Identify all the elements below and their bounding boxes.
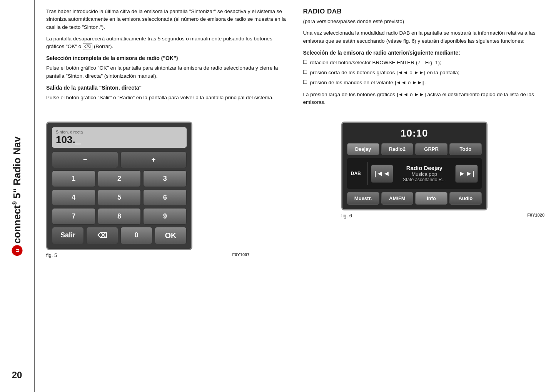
key-4[interactable]: 4 — [52, 189, 95, 206]
fig6-label: fig. 6 — [341, 213, 352, 219]
bullet-3: presión de los mandos en el volante |◄◄ … — [303, 79, 545, 87]
keypad-value: 103._ — [56, 134, 183, 145]
key-8[interactable]: 8 — [98, 208, 141, 225]
bullet-sq-icon — [303, 60, 307, 64]
preset-deejay[interactable]: Deejay — [347, 143, 379, 155]
radio-dab-subtitle: (para versiones/países donde esté previs… — [303, 18, 545, 25]
page-number: 20 — [12, 370, 22, 380]
key-3[interactable]: 3 — [143, 170, 187, 187]
divider — [367, 162, 368, 185]
dab-label: DAB — [351, 171, 364, 176]
fig6-container: 10:10 Deejay Radio2 GRPR Todo DAB |◄◄ — [341, 122, 544, 219]
product-logo: u connect® 5" Radio Nav — [11, 136, 23, 255]
keypad-screen: Sinton. directa 103._ − + 1 2 3 4 5 6 7 — [46, 122, 192, 250]
dab-label-section: DAB — [351, 171, 364, 176]
key-6[interactable]: 6 — [143, 189, 187, 206]
section2-body: Pulse el botón gráfico "Salir" o "Radio"… — [46, 94, 288, 102]
backspace-button[interactable]: ⌫ — [86, 227, 118, 244]
bullet-2: presión corta de los botones gráficos |◄… — [303, 69, 545, 77]
radio-info-box: DAB |◄◄ Radio Deejay Musica pop State as… — [347, 158, 482, 189]
next-button[interactable]: ►►| — [455, 165, 478, 183]
right-column: RADIO DAB (para versiones/países donde e… — [303, 8, 545, 110]
key-9[interactable]: 9 — [143, 208, 187, 225]
section1-body: Pulse el botón gráfico "OK" en la pantal… — [46, 64, 288, 80]
preset-grpr[interactable]: GRPR — [415, 143, 447, 155]
key-5[interactable]: 5 — [98, 189, 141, 206]
section2-heading: Salida de la pantalla "Sinton. directa" — [46, 85, 288, 91]
preset-todo[interactable]: Todo — [449, 143, 482, 155]
bullet-1: rotación del botón/selector BROWSE ENTER… — [303, 59, 545, 67]
fig5-container: Sinton. directa 103._ − + 1 2 3 4 5 6 7 — [46, 122, 249, 258]
product-name: connect® 5" Radio Nav — [11, 136, 23, 243]
selection-heading: Selección de la emisora de radio anterio… — [303, 50, 545, 56]
fig6-code: F0Y1020 — [527, 213, 544, 219]
intro-p2: La pantalla desaparecerá automáticamente… — [46, 35, 288, 51]
bullet-sq-icon — [303, 70, 307, 74]
radio-bottom-row: Muestr. AM/FM Info Audio — [347, 192, 482, 205]
figures-area: Sinton. directa 103._ − + 1 2 3 4 5 6 7 — [46, 122, 544, 258]
station-status: State ascoltando R... — [403, 177, 446, 182]
section1-heading: Selección incompleta de la emisora de ra… — [46, 55, 288, 61]
preset-radio2[interactable]: Radio2 — [381, 143, 414, 155]
main-content: Tras haber introducido la última cifra d… — [35, 0, 556, 392]
ok-button[interactable]: OK — [155, 227, 187, 244]
info-button[interactable]: Info — [415, 192, 447, 205]
radio-dab-heading: RADIO DAB — [303, 8, 545, 15]
note-text: La presión larga de los botones gráficos… — [303, 91, 545, 107]
fig5-label: fig. 5 — [46, 252, 57, 258]
bullet-sq-icon — [303, 80, 307, 84]
sidebar: u connect® 5" Radio Nav 20 — [0, 0, 35, 392]
amfm-button[interactable]: AM/FM — [381, 192, 414, 205]
bullet-3-text: presión de los mandos en el volante |◄◄ … — [310, 79, 427, 87]
radio-time: 10:10 — [347, 127, 482, 139]
fig6-caption: fig. 6 F0Y1020 — [341, 213, 544, 219]
text-columns: Tras haber introducido la última cifra d… — [46, 8, 544, 110]
audio-button[interactable]: Audio — [449, 192, 482, 205]
prev-button[interactable]: |◄◄ — [371, 165, 394, 183]
bullet-2-text: presión corta de los botones gráficos |◄… — [310, 69, 459, 77]
bullet-1-text: rotación del botón/selector BROWSE ENTER… — [310, 59, 441, 67]
radio-dab-intro: Una vez seleccionada la modalidad radio … — [303, 29, 545, 45]
preset-row: Deejay Radio2 GRPR Todo — [347, 143, 482, 155]
station-name: Radio Deejay — [406, 165, 442, 171]
salir-button[interactable]: Salir — [52, 227, 84, 244]
keypad-display: Sinton. directa 103._ — [52, 127, 187, 148]
plus-button[interactable]: + — [120, 152, 187, 168]
key-2[interactable]: 2 — [98, 170, 141, 187]
radio-screen: 10:10 Deejay Radio2 GRPR Todo DAB |◄◄ — [341, 122, 488, 210]
muestr-button[interactable]: Muestr. — [347, 192, 379, 205]
keypad-grid: 1 2 3 4 5 6 7 8 9 — [52, 170, 187, 225]
uconnect-brand-icon: u — [12, 245, 22, 256]
intro-p1: Tras haber introducido la última cifra d… — [46, 8, 288, 31]
keypad-bottom-row: Salir ⌫ 0 OK — [52, 227, 187, 244]
minus-button[interactable]: − — [52, 152, 118, 168]
fig5-code: F0Y1007 — [232, 252, 250, 258]
key-0[interactable]: 0 — [120, 227, 152, 244]
left-column: Tras haber introducido la última cifra d… — [46, 8, 288, 110]
station-genre: Musica pop — [412, 171, 437, 177]
key-7[interactable]: 7 — [52, 208, 95, 225]
key-1[interactable]: 1 — [52, 170, 95, 187]
minus-plus-row: − + — [52, 152, 187, 168]
fig5-caption: fig. 5 F0Y1007 — [46, 252, 249, 258]
station-info: Radio Deejay Musica pop State ascoltando… — [396, 165, 452, 182]
